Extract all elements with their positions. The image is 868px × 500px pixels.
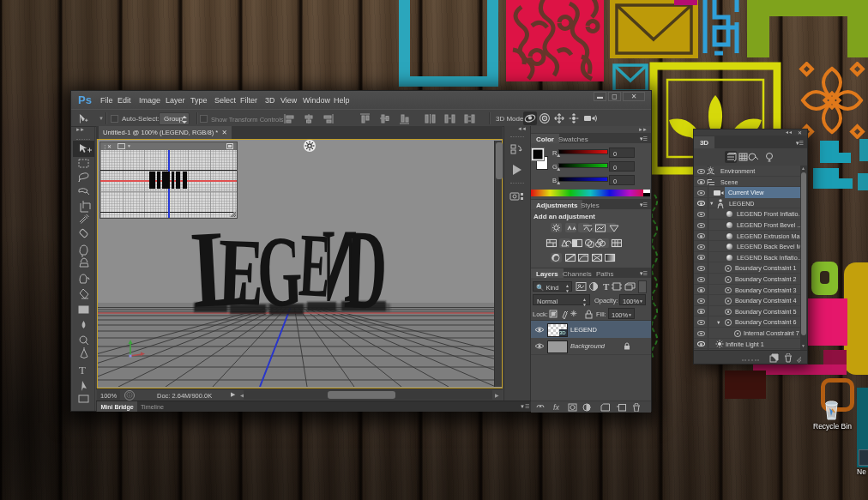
- svg-text:fx: fx: [553, 403, 560, 412]
- svg-text:T: T: [79, 364, 86, 377]
- svg-text:T: T: [603, 281, 610, 292]
- svg-text:D: D: [342, 205, 389, 334]
